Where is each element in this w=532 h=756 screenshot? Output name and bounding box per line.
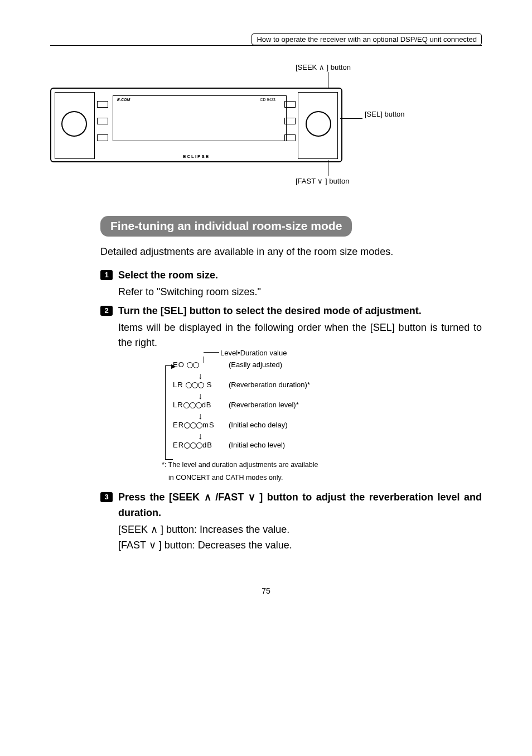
flow-footnote-1: *: The level and duration adjustments ar… (162, 460, 482, 469)
flow-code: LR (173, 401, 183, 409)
flow-row-er-db: ERdB (Initial echo level) (173, 439, 407, 450)
device-model-label: E-COM (117, 98, 130, 102)
page-number: 75 (50, 586, 482, 595)
preset-btn-1 (97, 101, 108, 108)
flow-desc: (Reverberation level)* (229, 401, 299, 409)
receiver-device: E-COM CD 9423 ECLIPSE (50, 88, 342, 162)
flow-desc: (Easily adjusted) (229, 360, 282, 369)
flow-row-lr-db: LRdB (Reverberation level)* (173, 399, 407, 410)
step-1-title: Select the room size. (118, 268, 482, 283)
section-intro: Detailed adjustments are available in an… (100, 244, 482, 260)
step-2-title: Turn the [SEL] button to select the desi… (118, 304, 482, 319)
step-3-desc-2: [FAST ∨ ] button: Decreases the value. (118, 538, 482, 553)
breadcrumb: How to operate the receiver with an opti… (252, 33, 482, 45)
header-rule (50, 45, 482, 46)
device-cd-label: CD 9423 (260, 98, 275, 102)
flow-ldv-line (204, 357, 204, 363)
preset-btn-5 (284, 118, 296, 124)
flow-row-lr-s: LR S (Reverberation duration)* (173, 379, 407, 390)
preset-btn-3 (97, 134, 108, 141)
callout-sel: [SEL] button (365, 110, 405, 119)
callout-fast-down: [FAST ∨ ] button (296, 177, 349, 185)
callout-seek-up: [SEEK ∧ ] button (296, 63, 351, 71)
step-num-3: 3 (100, 492, 113, 502)
step-3-title: Press the [SEEK ∧ /FAST ∨ ] button to ad… (118, 490, 482, 521)
flow-suffix: mS (202, 421, 215, 429)
down-arrow-icon (198, 373, 407, 379)
level-duration-label: Level•Duration value (220, 349, 287, 357)
flow-code: ER (173, 421, 184, 429)
section-title-pill: Fine-tuning an individual room-size mode (100, 216, 352, 237)
loop-line (165, 365, 166, 459)
preset-btn-6 (284, 134, 296, 141)
left-knob (61, 111, 87, 137)
step-1-desc: Refer to "Switching room sizes." (118, 285, 482, 300)
flow-desc: (Initial echo level) (229, 441, 285, 449)
flow-suffix: dB (202, 401, 212, 409)
step-3-desc-1: [SEEK ∧ ] button: Increases the value. (118, 522, 482, 538)
loop-line (165, 459, 173, 460)
flow-code: LR (173, 381, 183, 389)
flow-footnote-2: in CONCERT and CATH modes only. (168, 473, 482, 482)
flow-desc: (Initial echo delay) (229, 421, 288, 429)
loop-arrow: ▶ (171, 363, 176, 370)
callout-line (328, 160, 328, 176)
device-brand-label: ECLIPSE (183, 154, 210, 159)
callout-line (340, 118, 362, 119)
flow-desc: (Reverberation duration)* (229, 381, 310, 389)
flow-ldv-line (204, 352, 219, 353)
down-arrow-icon (198, 434, 407, 439)
step-num-1: 1 (100, 270, 113, 280)
step-num-2: 2 (100, 306, 113, 316)
flow-row-eo: EO (Easily adjusted) (173, 359, 407, 370)
right-knob (306, 111, 331, 137)
step-2-desc: Items will be displayed in the following… (118, 320, 482, 351)
preset-btn-2 (97, 118, 108, 124)
step-1: 1 Select the room size. Refer to "Switch… (100, 268, 482, 300)
preset-btn-4 (284, 101, 296, 108)
down-arrow-icon (198, 413, 407, 419)
flow-row-er-ms: ERmS (Initial echo delay) (173, 419, 407, 430)
step-3: 3 Press the [SEEK ∧ /FAST ∨ ] button to … (100, 490, 482, 553)
device-display (113, 95, 287, 141)
flow-code: ER (173, 441, 184, 449)
down-arrow-icon (198, 393, 407, 399)
flow-suffix: dB (202, 441, 212, 449)
step-2: 2 Turn the [SEL] button to select the de… (100, 304, 482, 351)
flow-diagram: Level•Duration value ▶ EO (Easily adjust… (173, 359, 407, 450)
flow-suffix: S (204, 381, 212, 389)
device-diagram: [SEEK ∧ ] button E-COM CD 9423 ECLIPSE [… (50, 71, 482, 205)
